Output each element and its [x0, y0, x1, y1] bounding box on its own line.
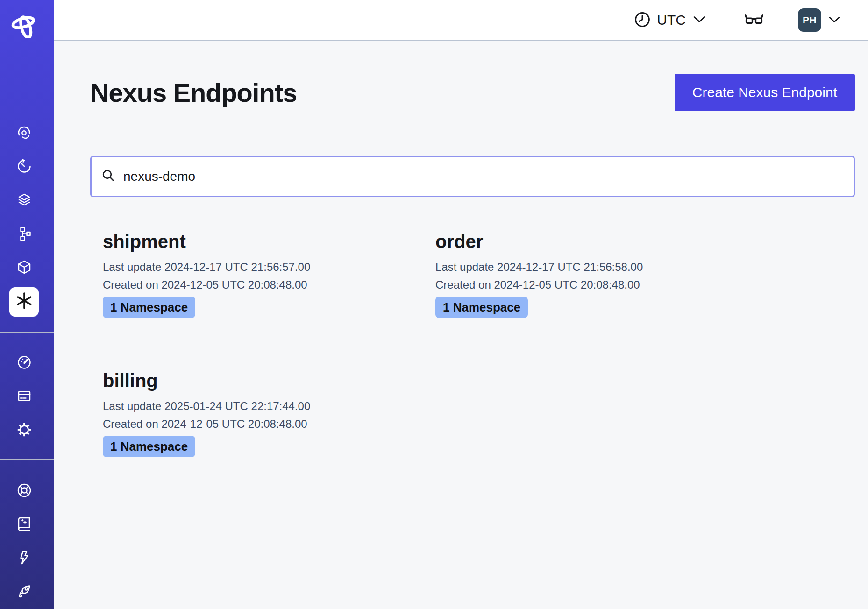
endpoint-card-shipment[interactable]: shipment Last update 2024-12-17 UTC 21:5… — [103, 231, 435, 318]
docs-book-icon — [17, 517, 32, 533]
page-content: Nexus Endpoints Create Nexus Endpoint sh… — [54, 41, 868, 609]
sidebar-item-settings[interactable] — [0, 414, 48, 447]
sidebar-footer-nav — [0, 474, 54, 609]
endpoint-name: shipment — [103, 231, 435, 252]
getting-started-rocket-icon — [17, 584, 32, 601]
timezone-label: UTC — [657, 12, 686, 28]
sidebar-item-billing[interactable] — [0, 380, 48, 414]
search-icon — [101, 168, 116, 185]
sidebar-item-workflows[interactable] — [0, 117, 48, 150]
page-title: Nexus Endpoints — [90, 78, 297, 108]
nexus-asterisk-icon — [15, 292, 33, 312]
relationships-tree-icon — [17, 226, 32, 243]
search-input[interactable] — [122, 169, 844, 184]
sidebar-secondary-nav — [0, 347, 54, 447]
endpoint-created-on: Created on 2024-12-05 UTC 20:08:48.00 — [435, 276, 768, 294]
sidebar — [0, 0, 54, 609]
sidebar-primary-nav — [0, 117, 54, 319]
batch-cube-icon — [17, 260, 32, 276]
endpoint-card-order[interactable]: order Last update 2024-12-17 UTC 21:56:5… — [435, 231, 768, 318]
endpoint-last-update: Last update 2024-12-17 UTC 21:56:58.00 — [435, 258, 768, 276]
clock-icon — [634, 11, 651, 29]
settings-gear-icon — [17, 422, 32, 439]
top-header: UTC PH — [54, 0, 868, 41]
support-lifebuoy-icon — [17, 483, 32, 500]
sidebar-item-batch[interactable] — [0, 251, 48, 285]
glasses-icon — [745, 12, 763, 28]
sidebar-item-docs[interactable] — [0, 508, 48, 542]
temporal-logo[interactable] — [0, 13, 54, 37]
schedules-timer-icon — [17, 159, 32, 176]
endpoint-last-update: Last update 2024-12-17 UTC 21:56:57.00 — [103, 258, 435, 276]
namespace-count-badge: 1 Namespace — [435, 297, 528, 318]
avatar: PH — [798, 8, 821, 32]
sidebar-divider — [0, 332, 54, 333]
endpoint-created-on: Created on 2024-12-05 UTC 20:08:48.00 — [103, 415, 435, 433]
sidebar-item-getting-started[interactable] — [0, 575, 48, 609]
sidebar-item-relationships[interactable] — [0, 218, 48, 251]
page-header-row: Nexus Endpoints Create Nexus Endpoint — [90, 74, 855, 111]
sidebar-item-usage[interactable] — [0, 347, 48, 380]
sidebar-item-schedules[interactable] — [0, 150, 48, 184]
active-item-highlight — [9, 287, 39, 317]
feedback-lightning-icon — [17, 550, 32, 567]
sidebar-item-feedback[interactable] — [0, 542, 48, 575]
chevron-down-icon — [692, 15, 706, 25]
main-area: UTC PH — [54, 0, 868, 609]
endpoint-card-billing[interactable]: billing Last update 2025-01-24 UTC 22:17… — [103, 370, 435, 457]
endpoint-last-update: Last update 2025-01-24 UTC 22:17:44.00 — [103, 397, 435, 415]
endpoint-created-on: Created on 2024-12-05 UTC 20:08:48.00 — [103, 276, 435, 294]
sidebar-item-nexus-active[interactable] — [0, 285, 48, 319]
namespace-count-badge: 1 Namespace — [103, 436, 195, 457]
timezone-picker[interactable]: UTC — [634, 11, 706, 29]
chevron-down-icon — [828, 16, 841, 25]
app-root: UTC PH — [0, 0, 868, 609]
user-menu[interactable]: PH — [798, 8, 841, 32]
sidebar-item-stack[interactable] — [0, 184, 48, 218]
theme-toggle-button[interactable] — [745, 12, 763, 28]
sidebar-divider — [0, 459, 54, 460]
workflows-spiral-icon — [17, 125, 32, 142]
usage-gauge-icon — [17, 355, 32, 372]
endpoint-card-grid: shipment Last update 2024-12-17 UTC 21:5… — [90, 231, 855, 457]
endpoint-name: billing — [103, 370, 435, 391]
create-nexus-endpoint-button[interactable]: Create Nexus Endpoint — [675, 74, 855, 111]
endpoint-search — [90, 156, 855, 197]
sidebar-item-support[interactable] — [0, 474, 48, 508]
endpoint-name: order — [435, 231, 768, 252]
billing-card-icon — [17, 389, 32, 405]
namespace-count-badge: 1 Namespace — [103, 297, 195, 318]
stack-layers-icon — [17, 192, 32, 209]
